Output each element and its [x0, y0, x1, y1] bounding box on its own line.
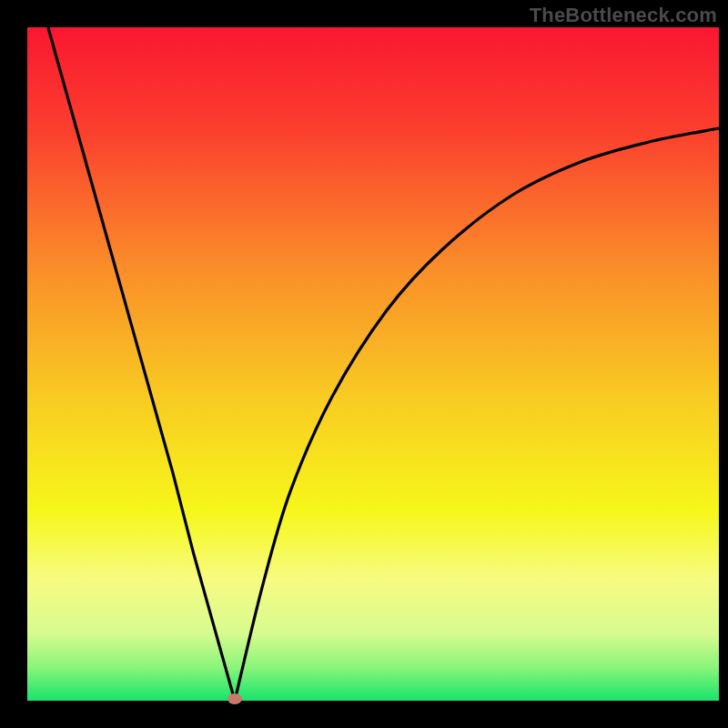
bottleneck-chart: [0, 0, 728, 728]
watermark-label: TheBottleneck.com: [530, 4, 717, 27]
chart-frame: TheBottleneck.com: [0, 0, 728, 728]
minimum-marker: [228, 693, 242, 704]
plot-background: [27, 27, 719, 701]
